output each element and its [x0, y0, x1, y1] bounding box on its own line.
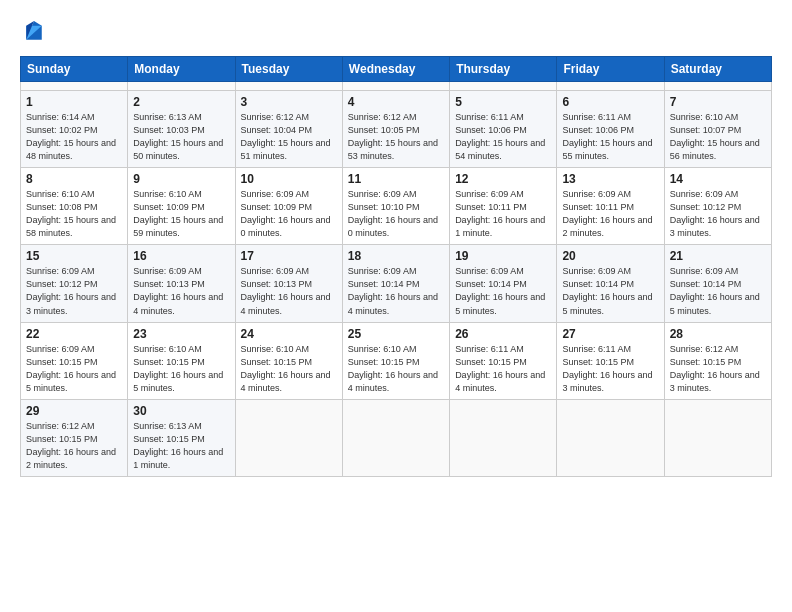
calendar-cell: 13Sunrise: 6:09 AM Sunset: 10:11 PM Dayl… [557, 168, 664, 245]
day-of-week-monday: Monday [128, 57, 235, 82]
calendar-cell: 5Sunrise: 6:11 AM Sunset: 10:06 PM Dayli… [450, 91, 557, 168]
calendar-cell: 1Sunrise: 6:14 AM Sunset: 10:02 PM Dayli… [21, 91, 128, 168]
calendar-cell: 25Sunrise: 6:10 AM Sunset: 10:15 PM Dayl… [342, 322, 449, 399]
calendar-row-2: 8Sunrise: 6:10 AM Sunset: 10:08 PM Dayli… [21, 168, 772, 245]
day-number: 22 [26, 327, 122, 341]
calendar-cell: 23Sunrise: 6:10 AM Sunset: 10:15 PM Dayl… [128, 322, 235, 399]
day-number: 28 [670, 327, 766, 341]
calendar-cell: 8Sunrise: 6:10 AM Sunset: 10:08 PM Dayli… [21, 168, 128, 245]
calendar-cell: 19Sunrise: 6:09 AM Sunset: 10:14 PM Dayl… [450, 245, 557, 322]
calendar-cell: 10Sunrise: 6:09 AM Sunset: 10:09 PM Dayl… [235, 168, 342, 245]
day-number: 29 [26, 404, 122, 418]
day-number: 19 [455, 249, 551, 263]
calendar-cell: 20Sunrise: 6:09 AM Sunset: 10:14 PM Dayl… [557, 245, 664, 322]
calendar-cell: 11Sunrise: 6:09 AM Sunset: 10:10 PM Dayl… [342, 168, 449, 245]
calendar-cell: 28Sunrise: 6:12 AM Sunset: 10:15 PM Dayl… [664, 322, 771, 399]
day-number: 11 [348, 172, 444, 186]
day-number: 3 [241, 95, 337, 109]
calendar-header-row: SundayMondayTuesdayWednesdayThursdayFrid… [21, 57, 772, 82]
day-info: Sunrise: 6:12 AM Sunset: 10:04 PM Daylig… [241, 111, 337, 163]
header [20, 18, 772, 46]
day-number: 15 [26, 249, 122, 263]
day-info: Sunrise: 6:10 AM Sunset: 10:09 PM Daylig… [133, 188, 229, 240]
day-info: Sunrise: 6:09 AM Sunset: 10:13 PM Daylig… [241, 265, 337, 317]
day-number: 10 [241, 172, 337, 186]
day-number: 2 [133, 95, 229, 109]
day-info: Sunrise: 6:09 AM Sunset: 10:13 PM Daylig… [133, 265, 229, 317]
logo [20, 18, 52, 46]
day-number: 7 [670, 95, 766, 109]
calendar-cell [664, 82, 771, 91]
day-of-week-thursday: Thursday [450, 57, 557, 82]
calendar-cell [557, 399, 664, 476]
calendar-cell: 14Sunrise: 6:09 AM Sunset: 10:12 PM Dayl… [664, 168, 771, 245]
page: SundayMondayTuesdayWednesdayThursdayFrid… [0, 0, 792, 612]
calendar-cell: 9Sunrise: 6:10 AM Sunset: 10:09 PM Dayli… [128, 168, 235, 245]
calendar-cell [557, 82, 664, 91]
day-info: Sunrise: 6:09 AM Sunset: 10:10 PM Daylig… [348, 188, 444, 240]
day-of-week-tuesday: Tuesday [235, 57, 342, 82]
calendar-cell [450, 82, 557, 91]
day-number: 23 [133, 327, 229, 341]
calendar-cell [235, 82, 342, 91]
day-number: 1 [26, 95, 122, 109]
calendar-cell: 29Sunrise: 6:12 AM Sunset: 10:15 PM Dayl… [21, 399, 128, 476]
day-number: 14 [670, 172, 766, 186]
day-of-week-saturday: Saturday [664, 57, 771, 82]
calendar-cell: 6Sunrise: 6:11 AM Sunset: 10:06 PM Dayli… [557, 91, 664, 168]
calendar-cell [21, 82, 128, 91]
calendar-row-0 [21, 82, 772, 91]
day-info: Sunrise: 6:10 AM Sunset: 10:08 PM Daylig… [26, 188, 122, 240]
day-number: 16 [133, 249, 229, 263]
calendar-cell: 27Sunrise: 6:11 AM Sunset: 10:15 PM Dayl… [557, 322, 664, 399]
day-info: Sunrise: 6:10 AM Sunset: 10:15 PM Daylig… [348, 343, 444, 395]
day-info: Sunrise: 6:10 AM Sunset: 10:07 PM Daylig… [670, 111, 766, 163]
day-info: Sunrise: 6:09 AM Sunset: 10:15 PM Daylig… [26, 343, 122, 395]
calendar-row-3: 15Sunrise: 6:09 AM Sunset: 10:12 PM Dayl… [21, 245, 772, 322]
calendar-cell: 12Sunrise: 6:09 AM Sunset: 10:11 PM Dayl… [450, 168, 557, 245]
calendar-row-4: 22Sunrise: 6:09 AM Sunset: 10:15 PM Dayl… [21, 322, 772, 399]
day-number: 30 [133, 404, 229, 418]
day-info: Sunrise: 6:12 AM Sunset: 10:15 PM Daylig… [26, 420, 122, 472]
day-number: 5 [455, 95, 551, 109]
calendar-row-1: 1Sunrise: 6:14 AM Sunset: 10:02 PM Dayli… [21, 91, 772, 168]
day-number: 4 [348, 95, 444, 109]
day-info: Sunrise: 6:12 AM Sunset: 10:05 PM Daylig… [348, 111, 444, 163]
day-info: Sunrise: 6:11 AM Sunset: 10:15 PM Daylig… [562, 343, 658, 395]
day-number: 27 [562, 327, 658, 341]
calendar-cell: 2Sunrise: 6:13 AM Sunset: 10:03 PM Dayli… [128, 91, 235, 168]
calendar-cell: 30Sunrise: 6:13 AM Sunset: 10:15 PM Dayl… [128, 399, 235, 476]
calendar-cell: 15Sunrise: 6:09 AM Sunset: 10:12 PM Dayl… [21, 245, 128, 322]
day-info: Sunrise: 6:11 AM Sunset: 10:15 PM Daylig… [455, 343, 551, 395]
calendar-cell: 16Sunrise: 6:09 AM Sunset: 10:13 PM Dayl… [128, 245, 235, 322]
day-info: Sunrise: 6:09 AM Sunset: 10:14 PM Daylig… [348, 265, 444, 317]
calendar-cell: 17Sunrise: 6:09 AM Sunset: 10:13 PM Dayl… [235, 245, 342, 322]
day-info: Sunrise: 6:09 AM Sunset: 10:14 PM Daylig… [562, 265, 658, 317]
calendar-cell [342, 399, 449, 476]
day-info: Sunrise: 6:09 AM Sunset: 10:12 PM Daylig… [26, 265, 122, 317]
day-of-week-friday: Friday [557, 57, 664, 82]
day-info: Sunrise: 6:09 AM Sunset: 10:11 PM Daylig… [562, 188, 658, 240]
calendar-cell: 18Sunrise: 6:09 AM Sunset: 10:14 PM Dayl… [342, 245, 449, 322]
calendar-cell: 21Sunrise: 6:09 AM Sunset: 10:14 PM Dayl… [664, 245, 771, 322]
day-number: 13 [562, 172, 658, 186]
day-number: 17 [241, 249, 337, 263]
calendar-cell: 26Sunrise: 6:11 AM Sunset: 10:15 PM Dayl… [450, 322, 557, 399]
day-number: 12 [455, 172, 551, 186]
day-number: 9 [133, 172, 229, 186]
calendar-cell [128, 82, 235, 91]
calendar-cell [450, 399, 557, 476]
calendar-cell: 4Sunrise: 6:12 AM Sunset: 10:05 PM Dayli… [342, 91, 449, 168]
day-info: Sunrise: 6:10 AM Sunset: 10:15 PM Daylig… [241, 343, 337, 395]
day-of-week-sunday: Sunday [21, 57, 128, 82]
calendar-cell: 3Sunrise: 6:12 AM Sunset: 10:04 PM Dayli… [235, 91, 342, 168]
day-number: 20 [562, 249, 658, 263]
day-number: 18 [348, 249, 444, 263]
day-number: 8 [26, 172, 122, 186]
day-info: Sunrise: 6:14 AM Sunset: 10:02 PM Daylig… [26, 111, 122, 163]
day-info: Sunrise: 6:13 AM Sunset: 10:03 PM Daylig… [133, 111, 229, 163]
day-info: Sunrise: 6:09 AM Sunset: 10:14 PM Daylig… [455, 265, 551, 317]
day-info: Sunrise: 6:09 AM Sunset: 10:12 PM Daylig… [670, 188, 766, 240]
logo-icon [20, 18, 48, 46]
day-number: 21 [670, 249, 766, 263]
